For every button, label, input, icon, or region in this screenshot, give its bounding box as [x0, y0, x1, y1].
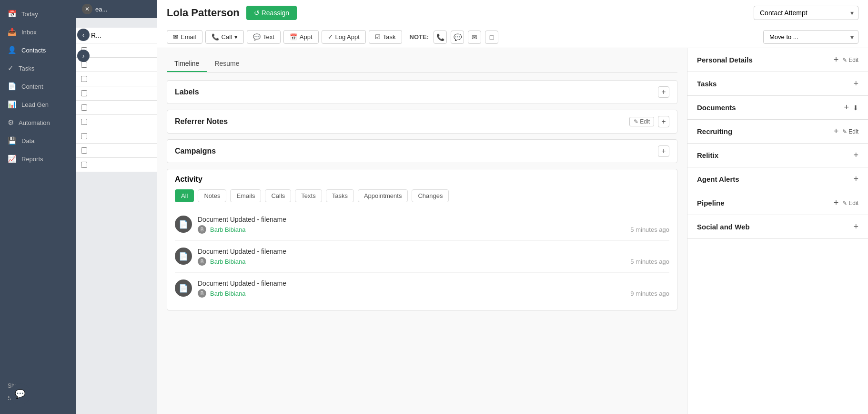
- pipeline-add-button[interactable]: +: [834, 198, 839, 208]
- list-row-checkbox[interactable]: [81, 104, 87, 111]
- filter-tasks[interactable]: Tasks: [326, 189, 354, 202]
- sidebar-item-contacts[interactable]: 👤 Contacts: [0, 41, 76, 59]
- note-other-icon[interactable]: □: [485, 31, 498, 44]
- list-row[interactable]: [76, 115, 157, 129]
- right-agent-alerts-title: Agent Alerts: [697, 175, 739, 183]
- email-icon: ✉: [173, 33, 178, 41]
- list-row-checkbox[interactable]: [81, 62, 87, 68]
- right-relitix-header: Relitix +: [697, 150, 858, 160]
- text-button[interactable]: 💬 Text: [247, 30, 281, 44]
- tab-resume[interactable]: Resume: [207, 56, 247, 72]
- filter-emails[interactable]: Emails: [230, 189, 261, 202]
- list-row-checkbox[interactable]: [81, 133, 87, 139]
- status-wrapper: Contact Attempt Active Closed: [754, 6, 858, 20]
- right-recruiting-actions: + ✎ Edit: [834, 126, 858, 136]
- chat-icon: 💬: [15, 389, 25, 399]
- list-row[interactable]: [76, 58, 157, 72]
- sidebar-item-data[interactable]: 💾 Data: [0, 132, 76, 150]
- filter-all[interactable]: All: [175, 189, 194, 202]
- note-email-icon[interactable]: ✉: [468, 31, 481, 44]
- campaigns-section-header: Campaigns +: [175, 145, 669, 157]
- filter-appointments[interactable]: Appointments: [358, 189, 408, 202]
- right-pipeline-header: Pipeline + ✎ Edit: [697, 198, 858, 208]
- data-icon: 💾: [8, 136, 17, 145]
- sidebar-item-tasks[interactable]: ✓ Tasks: [0, 59, 76, 77]
- list-row-checkbox[interactable]: [81, 90, 87, 96]
- reassign-button[interactable]: ↺ Reassign: [246, 6, 297, 20]
- referrer-notes-edit-button[interactable]: ✎ Edit: [629, 117, 654, 126]
- list-row[interactable]: [76, 158, 157, 172]
- activity-content-3: Document Updated - filename B Barb Bibia…: [198, 279, 669, 298]
- list-row-checkbox[interactable]: [81, 162, 87, 168]
- filter-texts[interactable]: Texts: [295, 189, 322, 202]
- activity-user-3[interactable]: Barb Bibiana: [210, 290, 245, 297]
- right-documents: Documents + ⬇: [687, 96, 868, 120]
- list-row-checkbox[interactable]: [81, 119, 87, 125]
- sidebar-item-reports[interactable]: 📈 Reports: [0, 150, 76, 168]
- list-row[interactable]: [76, 101, 157, 115]
- sidebar-item-content[interactable]: 📄 Content: [0, 77, 76, 95]
- documents-download-button[interactable]: ⬇: [853, 104, 858, 112]
- right-tasks-title: Tasks: [697, 80, 717, 88]
- sidebar-item-leadgen[interactable]: 📊 Lead Gen: [0, 95, 76, 114]
- list-row[interactable]: [76, 129, 157, 144]
- activity-user-2[interactable]: Barb Bibiana: [210, 258, 245, 265]
- log-appt-button[interactable]: ✓ Log Appt: [322, 30, 366, 44]
- chat-widget[interactable]: 💬: [10, 383, 30, 404]
- nav-prev-button[interactable]: ‹: [77, 29, 90, 41]
- right-panel: Personal Details + ✎ Edit Tasks +: [687, 48, 868, 414]
- recruiting-add-button[interactable]: +: [834, 126, 839, 136]
- timeline-area: Timeline Resume Labels + Referrer Notes …: [157, 48, 687, 414]
- sidebar-item-inbox[interactable]: 📥 Inbox: [0, 23, 76, 41]
- move-to-wrapper: Move to ...: [763, 30, 858, 44]
- note-call-icon[interactable]: 📞: [434, 31, 447, 44]
- filter-notes[interactable]: Notes: [198, 189, 226, 202]
- activity-user-1[interactable]: Barb Bibiana: [210, 226, 245, 233]
- today-icon: 📅: [8, 10, 17, 18]
- filter-calls[interactable]: Calls: [265, 189, 291, 202]
- body-area: Timeline Resume Labels + Referrer Notes …: [157, 48, 868, 414]
- documents-add-button[interactable]: +: [844, 103, 849, 113]
- task-button[interactable]: ☑ Task: [369, 30, 402, 44]
- activity-item: 📄 Document Updated - filename B Barb Bib…: [175, 241, 669, 273]
- email-button[interactable]: ✉ Email: [167, 30, 202, 44]
- list-row-checkbox[interactable]: [81, 76, 87, 82]
- right-personal-actions: + ✎ Edit: [834, 55, 858, 65]
- list-row-checkbox[interactable]: [81, 147, 87, 154]
- tab-timeline[interactable]: Timeline: [167, 56, 207, 72]
- list-row[interactable]: [76, 72, 157, 86]
- labels-add-button[interactable]: +: [658, 86, 669, 98]
- campaigns-add-button[interactable]: +: [658, 145, 669, 157]
- social-web-add-button[interactable]: +: [853, 222, 858, 232]
- move-to-select[interactable]: Move to ...: [763, 30, 858, 44]
- personal-details-add-button[interactable]: +: [834, 55, 839, 65]
- pipeline-edit-button[interactable]: ✎ Edit: [842, 200, 858, 207]
- list-row[interactable]: [76, 144, 157, 158]
- agent-alerts-add-button[interactable]: +: [853, 174, 858, 184]
- nav-next-button[interactable]: ›: [77, 50, 90, 62]
- activity-content-1: Document Updated - filename B Barb Bibia…: [198, 216, 669, 234]
- list-panel-title: ea...: [95, 6, 107, 13]
- sidebar-item-automation[interactable]: ⚙ Automation: [0, 114, 76, 132]
- referrer-notes-add-button[interactable]: +: [658, 116, 669, 127]
- recruiting-edit-button[interactable]: ✎ Edit: [842, 128, 858, 135]
- tasks-add-button[interactable]: +: [853, 79, 858, 89]
- personal-details-edit-button[interactable]: ✎ Edit: [842, 57, 858, 63]
- right-pipeline: Pipeline + ✎ Edit: [687, 191, 868, 215]
- sidebar-label-today: Today: [21, 10, 38, 18]
- log-appt-icon: ✓: [328, 33, 333, 41]
- relitix-add-button[interactable]: +: [853, 150, 858, 160]
- status-dropdown[interactable]: Contact Attempt Active Closed: [754, 6, 858, 20]
- close-panel-button[interactable]: ✕: [82, 4, 92, 14]
- labels-section-header: Labels +: [175, 86, 669, 98]
- tasks-icon: ✓: [8, 64, 14, 72]
- filter-changes[interactable]: Changes: [412, 189, 449, 202]
- note-chat-icon[interactable]: 💬: [451, 31, 464, 44]
- sidebar-item-today[interactable]: 📅 Today: [0, 5, 76, 23]
- activity-item: 📄 Document Updated - filename B Barb Bib…: [175, 273, 669, 304]
- contact-name: Lola Patterson: [167, 7, 240, 19]
- timeline-tabs: Timeline Resume: [167, 56, 677, 72]
- list-row[interactable]: [76, 86, 157, 101]
- call-button[interactable]: 📞 Call ▾: [205, 30, 244, 44]
- appt-button[interactable]: 📅 Appt: [283, 30, 319, 44]
